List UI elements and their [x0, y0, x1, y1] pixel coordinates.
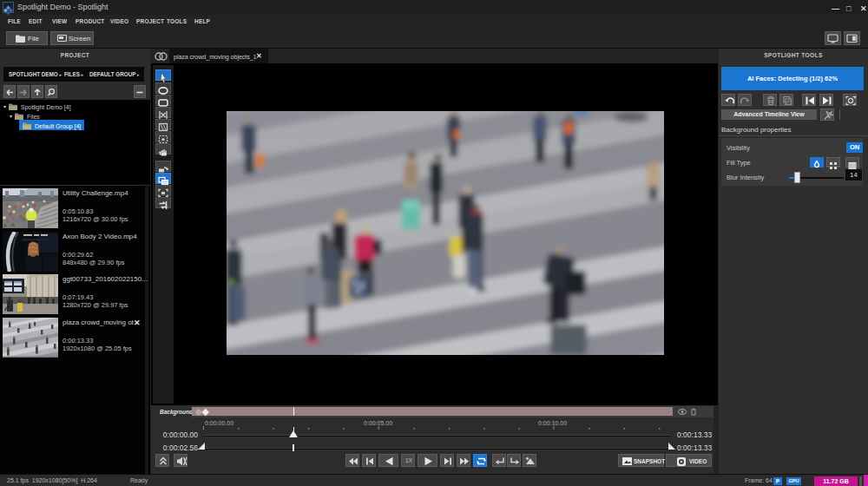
svg-text:0:00:10.00: 0:00:10.00	[538, 420, 567, 426]
svg-text:0:00:05.00: 0:00:05.00	[364, 420, 392, 426]
svg-text:0:00:00.00: 0:00:00.00	[205, 420, 233, 426]
